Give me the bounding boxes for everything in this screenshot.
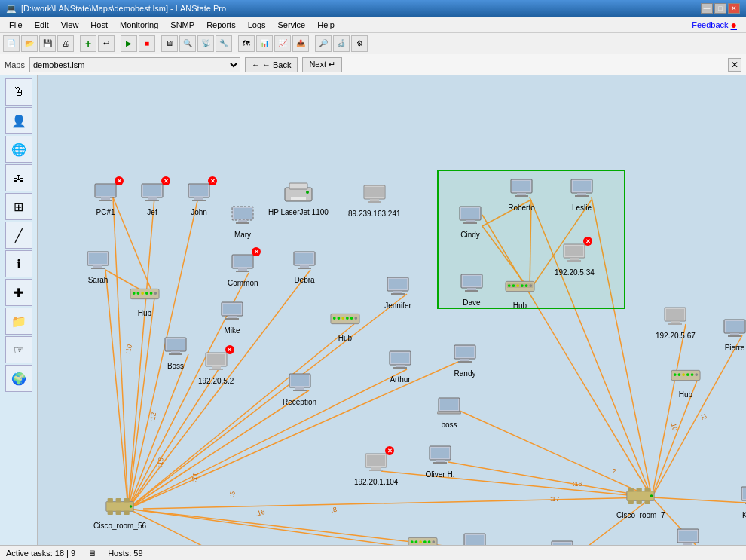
svg-rect-181 bbox=[628, 488, 634, 491]
sb-hand[interactable]: ☞ bbox=[5, 336, 32, 363]
node-bill[interactable]: Bill bbox=[460, 529, 490, 545]
tb-settings[interactable]: ⚙ bbox=[351, 35, 368, 52]
sb-info[interactable]: ℹ bbox=[5, 250, 32, 277]
menu-help[interactable]: Help bbox=[311, 19, 341, 31]
node-hub5[interactable]: Hub bbox=[408, 529, 438, 545]
node-jacques[interactable]: Jacques bbox=[547, 537, 577, 545]
svg-rect-167 bbox=[295, 387, 304, 390]
sb-folder[interactable]: 📁 bbox=[5, 308, 32, 335]
svg-rect-136 bbox=[171, 351, 180, 353]
node-common[interactable]: ✕ Common bbox=[228, 250, 258, 287]
close-maps-button[interactable]: ✕ bbox=[728, 58, 741, 72]
node-dave[interactable]: Dave bbox=[457, 270, 487, 307]
tb-table[interactable]: 📊 bbox=[256, 35, 273, 52]
node-leslie[interactable]: Leslie bbox=[567, 175, 597, 212]
tb-open[interactable]: 📂 bbox=[21, 35, 38, 52]
tb-scan[interactable]: 🔍 bbox=[179, 35, 196, 52]
sb-person[interactable]: 👤 bbox=[5, 107, 32, 134]
tb-add[interactable]: + bbox=[80, 35, 96, 52]
map-canvas[interactable]: :10 :12 :18 :11 :5 :16 :8 :17 :16 :2 :10… bbox=[38, 75, 746, 545]
menu-view[interactable]: View bbox=[55, 19, 85, 31]
node-hub1[interactable]: Hub bbox=[130, 280, 160, 317]
node-john[interactable]: ✕ John bbox=[184, 179, 214, 216]
maximize-button[interactable]: □ bbox=[714, 3, 726, 14]
tb-undo[interactable]: ↩ bbox=[98, 35, 115, 52]
svg-point-162 bbox=[686, 373, 689, 376]
node-ip-89[interactable]: 89.239.163.241 bbox=[348, 181, 401, 218]
node-cisco7[interactable]: Cisco_room_7 bbox=[616, 482, 665, 519]
tb-save[interactable]: 💾 bbox=[39, 35, 56, 52]
node-cindy[interactable]: Cindy bbox=[455, 202, 485, 239]
tb-export[interactable]: 📤 bbox=[292, 35, 309, 52]
node-chris[interactable]: Chris bbox=[673, 525, 703, 545]
svg-text::16: :16 bbox=[573, 480, 582, 488]
node-reception[interactable]: Reception bbox=[283, 369, 316, 406]
node-mike[interactable]: Mike bbox=[217, 298, 247, 335]
sb-globe[interactable]: 🌍 bbox=[5, 365, 32, 392]
tb-map[interactable]: 🗺 bbox=[238, 35, 255, 52]
svg-rect-75 bbox=[463, 222, 477, 224]
tb-print[interactable]: 🖨 bbox=[57, 35, 74, 52]
menu-host[interactable]: Host bbox=[84, 19, 114, 31]
menu-logs[interactable]: Logs bbox=[242, 19, 272, 31]
svg-text::10: :10 bbox=[669, 421, 679, 432]
tb-chart[interactable]: 📈 bbox=[274, 35, 291, 52]
menu-edit[interactable]: Edit bbox=[29, 19, 55, 31]
node-boss[interactable]: Boss bbox=[161, 333, 191, 370]
menu-snmp[interactable]: SNMP bbox=[164, 19, 200, 31]
maps-select[interactable]: demobest.lsm bbox=[29, 57, 240, 72]
node-label: Hub bbox=[338, 334, 352, 342]
sb-layers[interactable]: ⊞ bbox=[5, 193, 32, 220]
node-hub3[interactable]: Hub bbox=[505, 273, 535, 310]
node-boss-laptop[interactable]: boss bbox=[434, 392, 464, 429]
close-button[interactable]: ✕ bbox=[728, 3, 740, 14]
error-badge: ✕ bbox=[583, 237, 592, 246]
sb-server[interactable]: 🖧 bbox=[5, 164, 32, 191]
node-ip-192-20-1-104[interactable]: ✕ 192.20.1.104 bbox=[354, 449, 398, 486]
node-roberto[interactable]: Roberto bbox=[506, 175, 537, 212]
sb-line[interactable]: ╱ bbox=[5, 222, 32, 249]
node-ip-192-20-5-2[interactable]: ✕ 192.20.5.2 bbox=[198, 348, 234, 385]
node-oliverh[interactable]: Oliver H. bbox=[425, 442, 455, 479]
minimize-button[interactable]: — bbox=[701, 3, 713, 14]
menu-file[interactable]: File bbox=[3, 19, 29, 31]
sb-network[interactable]: 🌐 bbox=[5, 136, 32, 163]
svg-line-4 bbox=[128, 298, 154, 509]
tb-hosts[interactable]: 🖥 bbox=[161, 35, 178, 52]
node-hp-printer[interactable]: HP LaserJet 1100 bbox=[268, 179, 329, 216]
node-hub4[interactable]: Hub bbox=[671, 362, 701, 399]
tb-search2[interactable]: 🔬 bbox=[333, 35, 350, 52]
tb-new[interactable]: 📄 bbox=[3, 35, 20, 52]
tb-search[interactable]: 🔎 bbox=[315, 35, 332, 52]
tb-ping[interactable]: 📡 bbox=[197, 35, 214, 52]
node-hub2[interactable]: Hub bbox=[330, 305, 360, 342]
svg-line-19 bbox=[652, 335, 742, 497]
node-ip-192-20-5-34[interactable]: ✕ 192.20.5.34 bbox=[555, 240, 595, 277]
node-pc1[interactable]: ✕ PC#1 bbox=[90, 179, 121, 216]
tb-play[interactable]: ▶ bbox=[121, 35, 137, 52]
tb-stop[interactable]: ■ bbox=[139, 35, 155, 52]
next-button[interactable]: Next ↵ bbox=[302, 57, 342, 72]
node-label: Oliver H. bbox=[426, 470, 455, 479]
feedback-link[interactable]: Feedback ● bbox=[692, 19, 743, 31]
tb-tools1[interactable]: 🔧 bbox=[216, 35, 232, 52]
node-sarah[interactable]: Sarah bbox=[83, 247, 113, 284]
node-mary[interactable]: Mary bbox=[228, 202, 258, 239]
node-jennifer[interactable]: Jennifer bbox=[383, 273, 413, 310]
back-button[interactable]: ← ← Back bbox=[245, 57, 298, 72]
node-kathe[interactable]: Kathe bbox=[737, 482, 746, 519]
node-pierre[interactable]: Pierre bbox=[720, 315, 746, 352]
node-randy[interactable]: Randy bbox=[450, 341, 480, 378]
menu-monitoring[interactable]: Monitoring bbox=[114, 19, 164, 31]
node-ip-192-20-5-67[interactable]: 192.20.5.67 bbox=[656, 303, 696, 340]
node-arthur[interactable]: Arthur bbox=[385, 347, 415, 384]
svg-text::16: :16 bbox=[255, 508, 266, 518]
node-label: Roberto bbox=[508, 203, 535, 212]
sb-plus[interactable]: ✚ bbox=[5, 279, 32, 306]
menu-service[interactable]: Service bbox=[272, 19, 312, 31]
node-cisco56[interactable]: Cisco_room_56 bbox=[93, 493, 146, 530]
sb-pointer[interactable]: 🖱 bbox=[5, 78, 32, 106]
node-debra[interactable]: Debra bbox=[289, 247, 319, 284]
menu-reports[interactable]: Reports bbox=[200, 19, 242, 31]
node-jef[interactable]: ✕ Jef bbox=[137, 179, 167, 216]
